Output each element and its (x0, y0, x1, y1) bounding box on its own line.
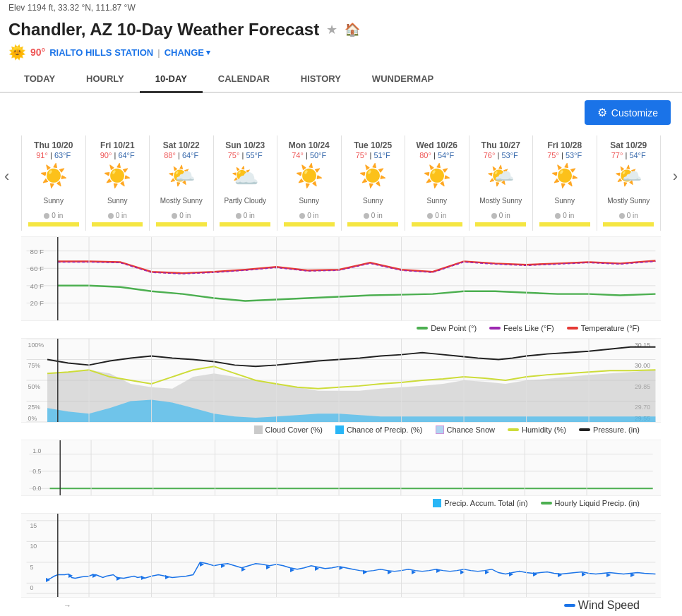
svg-text:40 F: 40 F (30, 282, 44, 290)
svg-text:▶: ▶ (412, 569, 417, 575)
tab-today[interactable]: TODAY (8, 66, 71, 92)
high-temp: 75° (228, 151, 240, 159)
svg-text:▶: ▶ (485, 569, 490, 575)
page-title: Chandler, AZ 10-Day Weather Forecast (8, 20, 319, 40)
weather-icon: ☀️ (277, 159, 341, 191)
wind-chart-section: 15 10 5 0 ▶▶▶ ▶▶▶ ▶▶▶ ▶▶▶ ▶▶▶ ▶▶▶ ▶▶▶ ▶▶… (21, 513, 661, 613)
precip-value: 0 in (627, 212, 638, 219)
day-temps: 75° | 53°F (533, 151, 597, 159)
home-icon[interactable]: 🏠 (345, 22, 360, 37)
customize-button[interactable]: ⚙ Customize (585, 100, 671, 125)
chance-snow-label: Chance Snow (447, 425, 496, 434)
forecast-day[interactable]: Thu 10/27 76° | 53°F 🌤️ Mostly Sunny 0 i… (469, 135, 534, 231)
day-precip: 0 in (214, 210, 277, 221)
tab-calendar[interactable]: CALENDAR (203, 66, 285, 92)
legend-pressure: Pressure. (in) (579, 425, 640, 434)
high-temp: 88° (164, 151, 176, 159)
low-temp: 63°F (54, 151, 71, 159)
day-precip: 0 in (86, 210, 150, 221)
precip-value: 0 in (244, 212, 255, 219)
precip-dot (108, 213, 114, 219)
day-precip: 0 in (22, 210, 85, 221)
svg-text:▶: ▶ (241, 566, 246, 572)
temperature-color (567, 327, 578, 330)
snow-indicator (284, 222, 335, 227)
forecast-day[interactable]: Sun 10/23 75° | 55°F ⛅ Partly Cloudy 0 i… (214, 135, 278, 231)
day-precip: 0 in (533, 210, 597, 221)
high-temp: 80° (419, 151, 431, 159)
day-description: Sunny (22, 191, 85, 210)
high-temp: 76° (484, 151, 496, 159)
tab-history[interactable]: HISTORY (285, 66, 357, 92)
sun-icon: 🌞 (8, 44, 26, 61)
tab-hourly[interactable]: HOURLY (71, 66, 140, 92)
forecast-day[interactable]: Wed 10/26 80° | 54°F ☀️ Sunny 0 in (405, 135, 469, 231)
day-description: Mostly Sunny (469, 191, 533, 210)
low-temp: 64°F (182, 151, 198, 159)
precip-chart-legend: Cloud Cover (%) Chance of Precip. (%) Ch… (21, 423, 661, 437)
svg-text:▶: ▶ (290, 567, 295, 573)
svg-text:▶: ▶ (315, 565, 320, 572)
day-label: Fri 10/21 (86, 138, 150, 151)
svg-text:15: 15 (30, 522, 37, 529)
precip-dot (619, 213, 625, 219)
temp-display: 90° (30, 47, 45, 58)
forecast-day[interactable]: Mon 10/24 74° | 50°F ☀️ Sunny 0 in (277, 135, 342, 231)
station-name[interactable]: RIALTO HILLS STATION (49, 47, 153, 58)
day-description: Sunny (277, 191, 341, 210)
pressure-label: Pressure. (in) (593, 425, 640, 434)
cloud-cover-label: Cloud Cover (%) (265, 425, 323, 434)
day-description: Sunny (405, 191, 469, 210)
svg-text:0.0: 0.0 (32, 485, 41, 492)
day-label: Thu 10/27 (469, 138, 533, 151)
temperature-chart: 80 F 60 F 40 F 20 F (21, 236, 661, 321)
svg-text:0%: 0% (28, 415, 37, 422)
svg-text:▶: ▶ (92, 572, 97, 579)
next-arrow[interactable]: › (673, 167, 678, 186)
svg-text:▶: ▶ (200, 561, 205, 567)
svg-text:10: 10 (30, 543, 37, 550)
prev-arrow[interactable]: ‹ (4, 167, 9, 186)
forecast-day[interactable]: Fri 10/28 75° | 53°F ☀️ Sunny 0 in (533, 135, 597, 231)
cloud-cover-color (254, 425, 263, 434)
hourly-liquid-label: Hourly Liquid Precip. (in) (555, 499, 640, 507)
forecast-day[interactable]: Tue 10/25 75° | 51°F ☀️ Sunny 0 in (342, 135, 406, 231)
humidity-color (508, 428, 519, 431)
svg-text:▶: ▶ (165, 574, 170, 580)
arrow-direction-label: → (42, 600, 92, 611)
elevation-info: Elev 1194 ft, 33.32 °N, 111.87 °W (8, 3, 136, 13)
legend-feels-like: Feels Like (°F) (489, 324, 554, 332)
day-label: Sat 10/22 (150, 138, 213, 151)
tab----day[interactable]: 10-DAY (140, 66, 203, 93)
forecast-scroll: ‹ › Thu 10/20 91° | 63°F ☀️ Sunny 0 in F… (0, 135, 682, 231)
nav-tabs: TODAYHOURLY10-DAYCALENDARHISTORYWUNDERMA… (0, 66, 682, 93)
temperature-line (58, 260, 656, 273)
day-label: Tue 10/25 (342, 138, 405, 151)
day-description: Mostly Sunny (150, 191, 213, 210)
day-label: Thu 10/20 (22, 138, 85, 151)
precip-value: 0 in (116, 212, 127, 219)
forecast-day[interactable]: Sat 10/22 88° | 64°F 🌤️ Mostly Sunny 0 i… (150, 135, 214, 231)
day-description: Partly Cloudy (214, 191, 277, 210)
precip-value: 0 in (563, 212, 574, 219)
wind-chart-legend-row: → Wind Speed (21, 598, 661, 613)
customize-label: Customize (611, 107, 658, 119)
day-description: Sunny (533, 191, 597, 210)
accum-total-color (433, 499, 441, 507)
day-precip: 0 in (150, 210, 213, 221)
low-temp: 54°F (629, 151, 645, 159)
legend-temperature: Temperature (°F) (567, 324, 640, 332)
snow-indicator (156, 222, 207, 227)
forecast-day[interactable]: Sat 10/29 77° | 54°F 🌤️ Mostly Sunny 0 i… (597, 135, 662, 231)
high-temp: 91° (36, 151, 48, 159)
day-label: Wed 10/26 (405, 138, 469, 151)
tab-wundermap[interactable]: WUNDERMAP (357, 66, 449, 92)
star-icon[interactable]: ★ (326, 22, 337, 37)
forecast-day[interactable]: Thu 10/20 91° | 63°F ☀️ Sunny 0 in (22, 135, 86, 231)
low-temp: 54°F (438, 151, 454, 159)
svg-text:50%: 50% (28, 383, 41, 390)
forecast-day[interactable]: Fri 10/21 90° | 64°F ☀️ Sunny 0 in (86, 135, 150, 231)
svg-text:▶: ▶ (363, 569, 368, 575)
wind-chart: 15 10 5 0 ▶▶▶ ▶▶▶ ▶▶▶ ▶▶▶ ▶▶▶ ▶▶▶ ▶▶▶ ▶▶… (21, 513, 661, 598)
change-button[interactable]: CHANGE ▾ (164, 47, 210, 58)
